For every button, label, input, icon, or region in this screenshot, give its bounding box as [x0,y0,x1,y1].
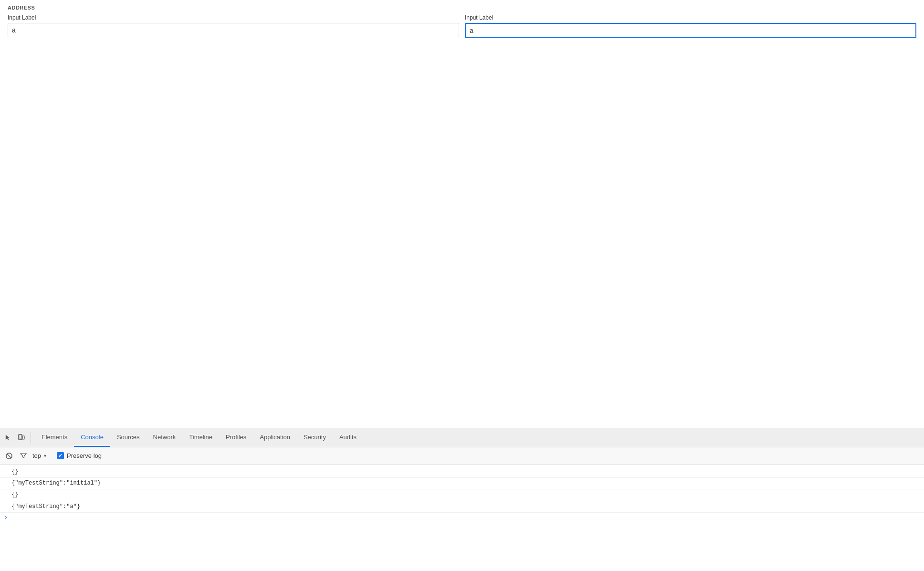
tab-console[interactable]: Console [74,428,110,447]
context-value: top [32,452,41,459]
left-input-label: Input Label [8,14,459,21]
left-input-group: Input Label [8,14,459,38]
context-selector[interactable]: top ▼ [32,452,47,459]
console-line: {} [0,466,924,478]
right-input-field[interactable] [465,23,916,38]
console-line: {"myTestString":"initial"} [0,478,924,489]
tab-elements[interactable]: Elements [35,428,74,447]
device-mode-icon[interactable] [15,432,27,444]
svg-point-2 [20,439,21,439]
devtools-panel: Elements Console Sources Network Timelin… [0,428,924,571]
preserve-log-group: Preserve log [57,452,102,459]
tab-network[interactable]: Network [147,428,183,447]
tab-list: Elements Console Sources Network Timelin… [35,428,363,447]
svg-rect-3 [22,436,24,439]
input-row: Input Label Input Label [8,14,916,38]
left-input-field[interactable] [8,23,459,37]
main-content: ADDRESS Input Label Input Label [0,0,924,428]
preserve-log-label[interactable]: Preserve log [67,452,102,459]
prompt-arrow-icon: › [4,514,8,521]
console-toolbar: top ▼ Preserve log [0,447,924,465]
tab-application[interactable]: Application [253,428,297,447]
console-input[interactable] [10,514,920,521]
tab-audits[interactable]: Audits [333,428,363,447]
tab-timeline[interactable]: Timeline [182,428,219,447]
console-prompt: › [0,513,924,522]
preserve-log-checkbox[interactable] [57,452,64,459]
filter-icon[interactable] [18,451,29,461]
devtools-icon-group [2,432,31,444]
console-line: {} [0,489,924,501]
tab-sources[interactable]: Sources [110,428,147,447]
console-line: {"myTestString":"a"} [0,501,924,513]
tab-profiles[interactable]: Profiles [219,428,253,447]
inspect-element-icon[interactable] [2,432,13,444]
right-input-group: Input Label [465,14,916,38]
console-output: {} {"myTestString":"initial"} {} {"myTes… [0,465,924,571]
address-label: ADDRESS [8,5,916,11]
tab-security[interactable]: Security [297,428,333,447]
devtools-tabs-bar: Elements Console Sources Network Timelin… [0,428,924,447]
right-input-label: Input Label [465,14,916,21]
chevron-down-icon: ▼ [43,454,47,458]
svg-line-5 [7,454,11,458]
svg-rect-1 [20,435,21,438]
clear-console-icon[interactable] [4,451,14,461]
